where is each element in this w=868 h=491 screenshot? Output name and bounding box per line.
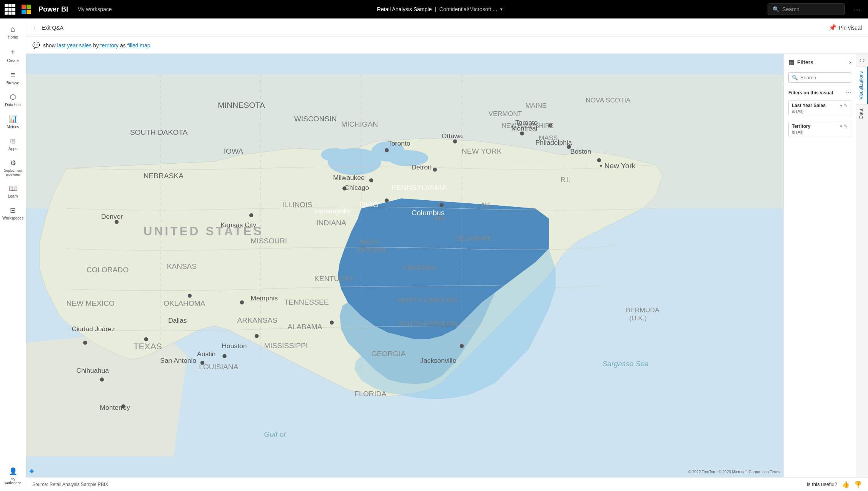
workspace-label[interactable]: My workspace [77, 6, 112, 12]
filters-title-label: Filters [797, 59, 813, 65]
title-separator: | [435, 6, 436, 12]
filter-lastyearsales-value: is (All) [792, 109, 848, 114]
filter-territory-name: Territory [792, 124, 810, 129]
svg-point-35 [144, 337, 148, 341]
sidebar-workspaces-label: Workspaces [2, 216, 23, 220]
sidebar-item-deployment[interactable]: ⚙ Deployment pipelines [2, 156, 25, 179]
sidebar-item-learn[interactable]: 📖 Learn [2, 181, 25, 201]
filter-item-lastyearsales: Last Year Sales ▾ ✎ is (All) [788, 100, 851, 116]
sidebar-item-datahub[interactable]: ⬡ Data hub [2, 90, 25, 110]
svg-text:Kansas City: Kansas City [220, 221, 256, 229]
more-options-button[interactable]: ··· [851, 3, 863, 15]
svg-text:ALABAMA: ALABAMA [287, 323, 322, 331]
sidebar-item-workspaces[interactable]: ⊟ Workspaces [2, 203, 25, 223]
sidebar-deployment-label: Deployment pipelines [3, 169, 23, 176]
tomtom-text: 🔷 [29, 469, 34, 473]
sidebar-item-create[interactable]: + Create [2, 44, 25, 66]
svg-point-26 [249, 213, 253, 217]
svg-text:Milwaukee: Milwaukee [333, 174, 365, 181]
svg-text:NEBRASKA: NEBRASKA [144, 172, 184, 180]
filter-item-header: Last Year Sales ▾ ✎ [792, 103, 848, 108]
top-bar: ← Exit Q&A 📌 Pin visual [26, 18, 868, 37]
sidebar-item-browse[interactable]: ≡ Browse [2, 67, 25, 88]
svg-point-7 [321, 148, 348, 162]
svg-text:MICHIGAN: MICHIGAN [341, 120, 378, 128]
filters-collapse-button[interactable]: › [849, 59, 851, 66]
filters-panel: ▦ Filters › 🔍 Filters on this visual ··· [783, 54, 856, 477]
filters-funnel-icon: ▦ [788, 59, 794, 66]
right-panel-collapse-button[interactable]: ‹ › [856, 54, 868, 66]
nav-search-box[interactable]: 🔍 [768, 3, 845, 15]
svg-point-22 [369, 178, 373, 182]
sidebar-datahub-label: Data hub [5, 103, 21, 107]
filters-section-more-button[interactable]: ··· [846, 89, 851, 96]
svg-text:TEXAS: TEXAS [134, 342, 162, 351]
filter-expand-icon-2[interactable]: ▾ [840, 124, 842, 129]
exit-qa-label: Exit Q&A [42, 25, 63, 31]
svg-text:Sargasso Sea: Sargasso Sea [603, 360, 649, 368]
svg-text:MISSISSIPPI: MISSISSIPPI [264, 342, 308, 350]
sidebar-item-apps[interactable]: ⊞ Apps [2, 134, 25, 154]
tab-data[interactable]: Data [856, 104, 868, 123]
map-area[interactable]: MINNESOTA WISCONSIN SOUTH DAKOTA IOWA NE… [26, 54, 783, 477]
svg-text:OKLAHOMA: OKLAHOMA [164, 299, 205, 307]
filters-section-label: Filters on this visual [788, 90, 833, 96]
svg-text:COLORADO: COLORADO [87, 266, 129, 274]
svg-text:Memphis: Memphis [250, 294, 278, 302]
thumbup-button[interactable]: 👍 [842, 481, 850, 488]
workspaces-icon: ⊟ [10, 206, 16, 214]
filters-section-title: Filters on this visual ··· [784, 86, 856, 98]
filters-search-input[interactable] [800, 75, 848, 80]
sidebar-create-label: Create [7, 59, 18, 63]
svg-text:NJ.: NJ. [482, 201, 492, 209]
svg-text:Monterrey: Monterrey [100, 404, 130, 411]
svg-text:Philadelphia: Philadelphia [536, 139, 572, 146]
filter-expand-icon[interactable]: ▾ [840, 103, 842, 108]
svg-text:Denver: Denver [101, 213, 123, 220]
query-keyword-sales: last year sales [57, 42, 92, 49]
filters-search-box[interactable]: 🔍 [788, 72, 851, 83]
sidebar-item-myworkspace[interactable]: 👤 My workspace [2, 464, 25, 488]
nav-search-input[interactable] [782, 6, 836, 12]
exit-qa-button[interactable]: ← Exit Q&A [32, 24, 63, 31]
svg-text:Jacksonville: Jacksonville [420, 357, 456, 364]
pin-visual-button[interactable]: 📌 Pin visual [829, 24, 862, 31]
main-layout: ⌂ Home + Create ≡ Browse ⬡ Data hub 📊 Me… [0, 18, 868, 491]
report-name: Retail Analysis Sample [377, 6, 432, 12]
filter-lastyearsales-name: Last Year Sales [792, 103, 826, 108]
svg-text:NEW MEXICO: NEW MEXICO [66, 299, 114, 307]
svg-text:FLORIDA: FLORIDA [354, 390, 386, 398]
svg-point-24 [385, 198, 389, 202]
svg-point-28 [188, 294, 192, 298]
svg-text:PENNSYLVANIA: PENNSYLVANIA [391, 183, 447, 191]
thumbdown-button[interactable]: 👎 [854, 481, 862, 488]
tab-visualizations[interactable]: Visualizations [856, 66, 868, 104]
sidebar-item-metrics[interactable]: 📊 Metrics [2, 112, 25, 132]
svg-point-34 [460, 344, 464, 348]
metrics-icon: 📊 [9, 115, 17, 123]
pin-visual-label: Pin visual [839, 25, 862, 31]
filter-item-controls: ▾ ✎ [840, 103, 848, 108]
svg-text:Austin: Austin [197, 350, 215, 358]
myworkspace-icon: 👤 [9, 467, 17, 476]
filter-edit-icon-2[interactable]: ✎ [844, 124, 848, 129]
sidebar-learn-label: Learn [8, 194, 18, 198]
svg-point-20 [385, 148, 389, 152]
sidebar-apps-label: Apps [8, 147, 17, 151]
svg-text:INDIANA: INDIANA [316, 219, 346, 227]
home-icon: ⌂ [10, 25, 15, 34]
svg-point-29 [240, 300, 244, 304]
filter-edit-icon[interactable]: ✎ [844, 103, 848, 108]
feedback-label: Is this useful? [807, 481, 838, 487]
svg-text:WISCONSIN: WISCONSIN [294, 115, 337, 123]
filter-territory-value: is (All) [792, 130, 848, 134]
grid-menu-icon[interactable] [5, 4, 15, 15]
query-bar: 💬 show last year sales by territory as f… [26, 37, 868, 54]
title-chevron-icon[interactable]: ▾ [500, 7, 502, 12]
svg-text:ARKANSAS: ARKANSAS [237, 316, 277, 324]
svg-text:Indianapolis: Indianapolis [314, 207, 350, 215]
svg-text:Toronto: Toronto [515, 119, 537, 126]
sidebar-item-home[interactable]: ⌂ Home [2, 22, 25, 42]
svg-text:Ciudad Juárez: Ciudad Juárez [72, 325, 115, 333]
bottom-bar: Source: Retail Analysis Sample PBIX Is t… [26, 477, 868, 491]
